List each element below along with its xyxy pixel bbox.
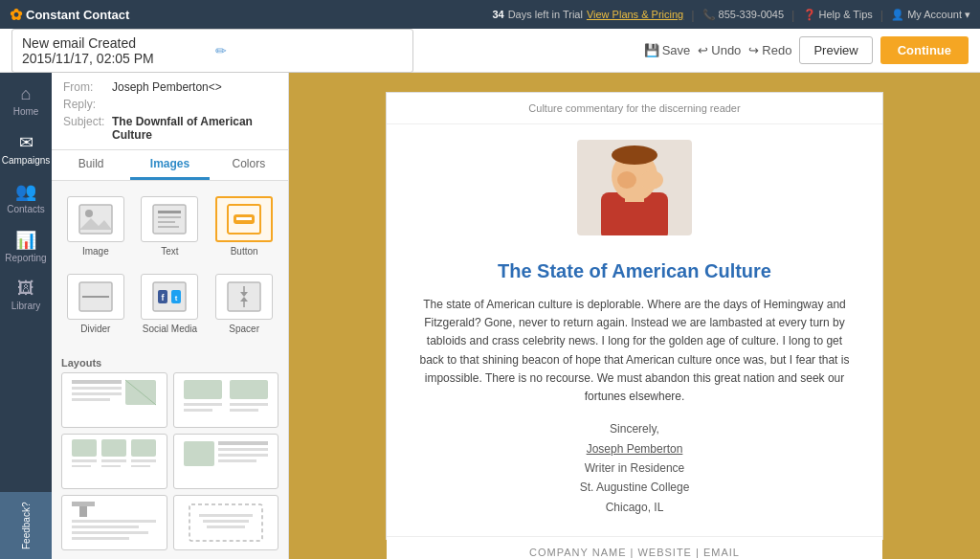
trial-link[interactable]: View Plans & Pricing [587, 9, 683, 20]
layout-item-5[interactable] [61, 495, 167, 550]
svg-point-62 [612, 145, 657, 165]
sidebar-item-home[interactable]: ⌂ Home [0, 77, 52, 124]
svg-rect-5 [158, 216, 181, 218]
help-tips[interactable]: ❓ Help & Tips [803, 9, 873, 21]
svg-rect-48 [218, 459, 256, 462]
sidebar-item-label: Contacts [7, 204, 44, 214]
header-tagline: Culture commentary for the discerning re… [528, 102, 740, 114]
block-thumb-button [215, 196, 273, 242]
continue-button[interactable]: Continue [880, 36, 969, 64]
svg-rect-10 [236, 217, 252, 220]
svg-rect-45 [218, 441, 268, 445]
svg-rect-44 [184, 441, 214, 466]
toolbar: New email Created 2015/11/17, 02:05 PM ✏… [0, 29, 980, 73]
svg-rect-23 [72, 380, 122, 384]
author-title: Writer in Residence [415, 458, 854, 478]
email-signature: Sincerely, Joseph Pemberton Writer in Re… [415, 419, 854, 517]
layouts-grid [52, 372, 288, 559]
block-thumb-social: f t [141, 274, 198, 320]
help-icon: ❓ [803, 9, 816, 21]
person-image [577, 140, 692, 235]
block-label-social: Social Media [143, 324, 197, 334]
email-hero [387, 124, 882, 251]
separator2: | [791, 8, 794, 22]
sincerely: Sincerely, [415, 419, 854, 438]
svg-rect-37 [131, 439, 156, 457]
svg-rect-41 [72, 465, 91, 467]
layout-item-1[interactable] [61, 372, 167, 428]
trial-label: Days left in Trial [508, 9, 583, 20]
svg-rect-57 [203, 520, 249, 523]
sidebar-item-library[interactable]: 🖼 Library [0, 271, 52, 319]
save-button[interactable]: 💾 Save [644, 43, 691, 57]
svg-rect-47 [218, 454, 268, 457]
account-icon: 👤 [891, 9, 904, 21]
svg-rect-34 [230, 409, 258, 412]
author-city: Chicago, IL [415, 498, 854, 517]
block-button[interactable]: Button [210, 190, 278, 262]
svg-rect-38 [72, 459, 97, 462]
email-title-field[interactable]: New email Created 2015/11/17, 02:05 PM ✏ [11, 29, 413, 73]
block-text[interactable]: Text [136, 190, 205, 262]
body-text: The state of American culture is deplora… [415, 296, 854, 406]
layout-item-4[interactable] [173, 434, 279, 489]
block-label-divider: Divider [80, 324, 110, 334]
svg-rect-42 [101, 465, 121, 467]
block-spacer[interactable]: Spacer [210, 268, 278, 340]
reporting-icon: 📊 [15, 230, 36, 251]
tab-images[interactable]: Images [130, 150, 209, 180]
sidebar-item-reporting[interactable]: 📊 Reporting [0, 222, 52, 271]
tab-build[interactable]: Build [52, 150, 130, 180]
library-icon: 🖼 [17, 279, 34, 299]
svg-rect-46 [218, 448, 268, 451]
tab-colors[interactable]: Colors [210, 150, 288, 180]
svg-point-63 [640, 170, 663, 190]
email-title-text: New email Created 2015/11/17, 02:05 PM [22, 35, 210, 66]
undo-button[interactable]: ↩ Undo [698, 43, 741, 57]
article-title: The State of American Culture [415, 260, 854, 282]
block-label-button: Button [231, 246, 258, 257]
email-header-bar: Culture commentary for the discerning re… [387, 93, 882, 124]
svg-rect-7 [158, 226, 179, 228]
subject-label: Subject: [63, 115, 106, 142]
block-thumb-divider [67, 274, 124, 320]
separator3: | [880, 8, 883, 22]
redo-button[interactable]: ↪ Redo [748, 43, 791, 57]
sidebar-item-campaigns[interactable]: ✉ Campaigns [0, 124, 52, 173]
svg-rect-31 [184, 403, 222, 406]
svg-rect-58 [207, 525, 245, 528]
svg-rect-29 [184, 380, 222, 399]
block-label-spacer: Spacer [229, 324, 259, 334]
email-card: Culture commentary for the discerning re… [386, 92, 883, 540]
side-nav: ⌂ Home ✉ Campaigns 👥 Contacts 📊 Reportin… [0, 73, 52, 559]
preview-button[interactable]: Preview [799, 36, 872, 64]
svg-rect-35 [72, 439, 97, 457]
layout-item-6[interactable] [173, 495, 279, 550]
feedback-button[interactable]: Feedback? [0, 492, 52, 559]
edit-icon[interactable]: ✏ [215, 43, 403, 58]
svg-rect-24 [72, 387, 122, 390]
sidebar-item-label: Home [13, 106, 39, 117]
block-divider[interactable]: Divider [61, 268, 130, 340]
layouts-title: Layouts [52, 349, 288, 372]
block-thumb-spacer [215, 274, 273, 320]
svg-rect-39 [101, 459, 126, 462]
block-label-image: Image [82, 246, 109, 257]
top-bar: ✿ Constant Contact 34 Days left in Trial… [0, 0, 980, 29]
layout-item-3[interactable] [61, 434, 167, 489]
svg-rect-53 [72, 531, 148, 534]
svg-text:t: t [175, 294, 178, 302]
svg-rect-30 [230, 380, 268, 399]
my-account[interactable]: 👤 My Account ▾ [891, 9, 970, 21]
svg-rect-56 [199, 514, 253, 517]
svg-rect-25 [72, 392, 122, 395]
main-content: ⌂ Home ✉ Campaigns 👥 Contacts 📊 Reportin… [0, 73, 980, 559]
block-image[interactable]: Image [61, 190, 130, 262]
campaigns-icon: ✉ [19, 132, 33, 153]
sidebar-item-contacts[interactable]: 👥 Contacts [0, 173, 52, 222]
email-footer: COMPANY NAME | WEBSITE | EMAIL f t in [387, 536, 882, 559]
layout-item-2[interactable] [173, 372, 279, 428]
trial-banner: 34 Days left in Trial View Plans & Prici… [492, 9, 683, 20]
block-social[interactable]: f t Social Media [136, 268, 205, 340]
block-thumb-text [141, 196, 198, 242]
